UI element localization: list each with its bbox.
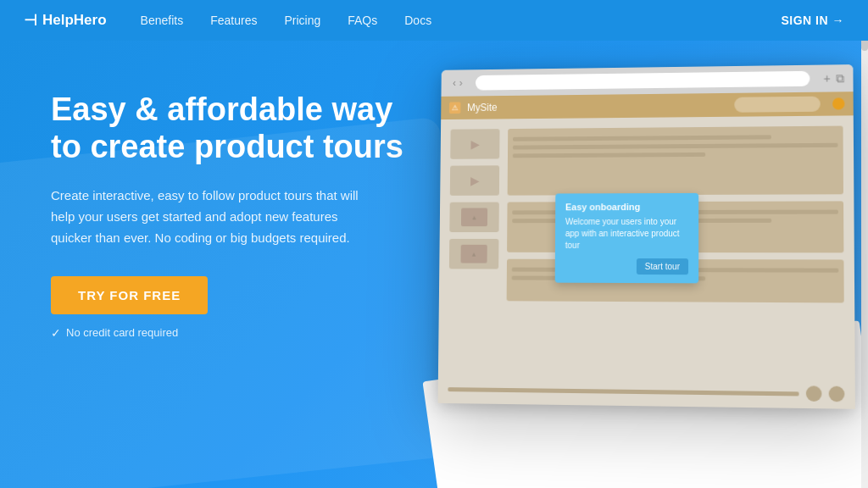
hero-section: Easy & affordable way to create product … — [0, 41, 868, 488]
wf-sidebar-item-2: ▶ — [450, 165, 499, 196]
wf-bottom-line — [448, 387, 798, 396]
cta-note: ✓ No credit card required — [51, 326, 407, 340]
popup-text: Welcome your users into your app with an… — [565, 216, 688, 252]
hero-content: Easy & affordable way to create product … — [51, 92, 407, 340]
hero-title: Easy & affordable way to create product … — [51, 92, 407, 165]
wf-line — [513, 135, 771, 141]
logo-text: HelpHero — [42, 12, 107, 29]
onboarding-popup: Easy onboarding Welcome your users into … — [555, 193, 698, 283]
wf-lines-1 — [513, 131, 838, 162]
back-arrow-icon[interactable]: ‹ — [453, 77, 456, 89]
navbar: ⊣ HelpHero Benefits Features Pricing FAQ… — [0, 0, 868, 41]
forward-arrow-icon[interactable]: › — [459, 77, 463, 89]
nav-faqs[interactable]: FAQs — [348, 14, 377, 27]
wf-image-1 — [461, 208, 487, 226]
wf-bottom-icon-user — [829, 386, 845, 402]
play-icon-2: ▶ — [470, 174, 480, 187]
nav-benefits[interactable]: Benefits — [141, 14, 184, 27]
nav-links: Benefits Features Pricing FAQs Docs — [141, 14, 782, 27]
cta-button[interactable]: TRY FOR FREE — [51, 276, 208, 314]
logo-icon: ⊣ — [24, 11, 37, 30]
wireframe-sidebar: ▶ ▶ — [448, 129, 499, 308]
signin-button[interactable]: SIGN IN → — [781, 14, 844, 27]
nav-pricing[interactable]: Pricing — [284, 14, 320, 27]
hero-description: Create interactive, easy to follow produ… — [51, 186, 364, 248]
wf-card-1 — [508, 126, 843, 196]
wf-sidebar-item-1: ▶ — [450, 129, 499, 159]
popup-title: Easy onboarding — [565, 202, 688, 212]
browser-actions: + ⧉ — [823, 71, 844, 86]
wf-bottom-bar — [448, 381, 844, 402]
wf-bottom-icon-pin — [806, 385, 822, 402]
nav-features[interactable]: Features — [210, 14, 257, 27]
wf-sidebar-item-3 — [449, 202, 498, 233]
browser-body: ▶ ▶ — [438, 115, 855, 408]
wf-line — [513, 152, 706, 158]
page-scrollbar[interactable] — [861, 0, 868, 488]
wf-sidebar-item-4 — [449, 239, 499, 269]
check-icon: ✓ — [51, 326, 61, 340]
browser-window: ‹ › + ⧉ MySite — [438, 64, 855, 409]
new-tab-icon[interactable]: + — [823, 71, 830, 86]
browser-search-bar[interactable] — [734, 97, 820, 113]
logo[interactable]: ⊣ HelpHero — [24, 11, 107, 30]
browser-nav-arrows: ‹ › — [453, 77, 463, 89]
play-icon: ▶ — [470, 137, 480, 151]
browser-mockup: ‹ › + ⧉ MySite — [438, 64, 855, 409]
tab-label[interactable]: MySite — [467, 102, 498, 114]
wf-image-2 — [460, 245, 487, 263]
address-bar[interactable] — [476, 71, 810, 91]
tab-favicon — [449, 102, 461, 114]
browser-status-dot — [832, 97, 844, 109]
wf-line — [513, 143, 838, 150]
nav-docs[interactable]: Docs — [404, 14, 431, 27]
start-tour-button[interactable]: Start tour — [637, 258, 688, 274]
window-icon[interactable]: ⧉ — [836, 71, 844, 86]
